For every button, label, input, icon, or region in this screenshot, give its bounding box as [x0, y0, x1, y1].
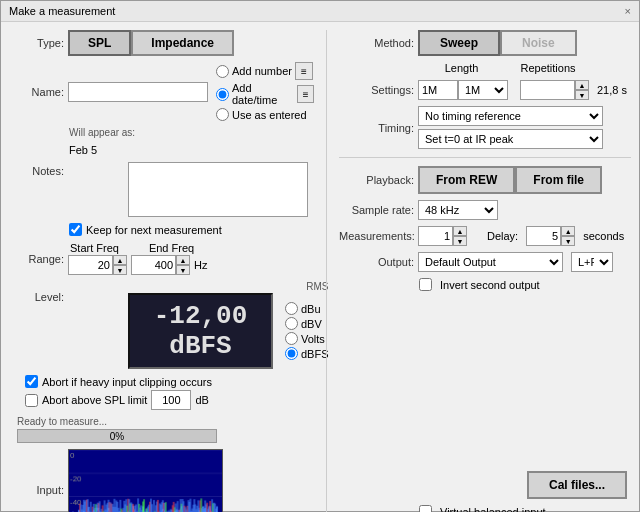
notes-row: Notes: [9, 162, 314, 217]
abort-spl-row: Abort above SPL limit dB [25, 390, 314, 410]
playback-btn-group: From REW From file [418, 166, 602, 194]
method-row: Method: Sweep Noise [339, 30, 631, 56]
settings-col-headers: Length Repetitions [414, 62, 631, 74]
repetitions-down[interactable]: ▼ [575, 90, 589, 100]
start-freq-up[interactable]: ▲ [113, 255, 127, 265]
add-datetime-icon-btn[interactable]: ≡ [297, 85, 314, 103]
output-label: Output: [339, 256, 414, 268]
start-freq-label: Start Freq [70, 242, 119, 254]
measurements-input[interactable] [418, 226, 453, 246]
range-label: Range: [9, 253, 64, 265]
start-freq-down[interactable]: ▼ [113, 265, 127, 275]
measurements-down[interactable]: ▼ [453, 236, 467, 246]
invert-row: Invert second output [419, 278, 631, 291]
notes-label: Notes: [9, 165, 64, 177]
rms-label: RMS [128, 281, 329, 292]
sweep-button[interactable]: Sweep [418, 30, 500, 56]
add-number-icon-btn[interactable]: ≡ [295, 62, 313, 80]
spl-button[interactable]: SPL [68, 30, 131, 56]
dbu-radio[interactable] [285, 302, 298, 315]
waveform-display [68, 449, 223, 512]
timing-select-1[interactable]: No timing reference [418, 106, 603, 126]
dbu-row: dBu [285, 302, 329, 315]
end-freq-up[interactable]: ▲ [176, 255, 190, 265]
delay-down[interactable]: ▼ [561, 236, 575, 246]
volts-radio[interactable] [285, 332, 298, 345]
timing-row: Timing: No timing reference Set t=0 at I… [339, 106, 631, 149]
dbfs-label: dBFS [301, 348, 329, 360]
length-group: 1M 256k 512k [418, 80, 508, 100]
delay-up[interactable]: ▲ [561, 226, 575, 236]
level-label: Level: [9, 291, 64, 303]
abort-spl-label: Abort above SPL limit [42, 394, 147, 406]
noise-button[interactable]: Noise [500, 30, 577, 56]
use-as-entered-radio[interactable] [216, 108, 229, 121]
repetitions-input[interactable] [520, 80, 575, 100]
right-panel: Method: Sweep Noise Length Repetitions S… [339, 30, 631, 512]
measurements-label: Measurements: [339, 230, 414, 242]
abort-heavy-checkbox[interactable] [25, 375, 38, 388]
length-input[interactable] [418, 80, 458, 100]
settings-label: Settings: [339, 84, 414, 96]
range-inputs: ▲ ▼ ▲ ▼ Hz [68, 255, 207, 275]
input-label-left: Input: [9, 484, 64, 496]
level-container: RMS -12,00 dBFS dBu dBV [128, 281, 329, 369]
abort-spl-checkbox[interactable] [25, 394, 38, 407]
level-display-row: -12,00 dBFS dBu dBV [128, 293, 329, 369]
window-title: Make a measurement [9, 5, 115, 17]
cal-files-button[interactable]: Cal files... [527, 471, 627, 499]
from-file-button[interactable]: From file [515, 166, 602, 194]
virtual-balanced-row: Virtual balanced input [419, 505, 631, 512]
add-number-radio[interactable] [216, 65, 229, 78]
use-as-entered-label: Use as entered [232, 109, 307, 121]
name-input[interactable] [68, 82, 208, 102]
delay-input[interactable] [526, 226, 561, 246]
timing-selects: No timing reference Set t=0 at IR peak [418, 106, 603, 149]
dbfs-radio[interactable] [285, 347, 298, 360]
lr-select[interactable]: L+R L R [571, 252, 613, 272]
from-rew-button[interactable]: From REW [418, 166, 515, 194]
spl-limit-input[interactable] [151, 390, 191, 410]
range-row: Range: Start Freq End Freq ▲ ▼ [9, 242, 314, 275]
close-btn[interactable]: × [625, 5, 631, 17]
end-freq-input[interactable] [131, 255, 176, 275]
length-select[interactable]: 1M 256k 512k [458, 80, 508, 100]
title-bar: Make a measurement × [1, 1, 639, 22]
left-panel: Type: SPL Impedance Name: Add number ≡ [9, 30, 314, 512]
name-label: Name: [9, 86, 64, 98]
add-datetime-label: Add date/time [232, 82, 294, 106]
measurements-up[interactable]: ▲ [453, 226, 467, 236]
name-row: Name: Add number ≡ Add date/time ≡ [9, 62, 314, 121]
volts-label: Volts [301, 333, 325, 345]
sample-rate-row: Sample rate: 48 kHz 44.1 kHz [339, 200, 631, 220]
level-display: -12,00 dBFS [128, 293, 273, 369]
dbv-radio[interactable] [285, 317, 298, 330]
db-label: dB [195, 394, 208, 406]
waveform-canvas [69, 450, 222, 512]
protection-section: Abort if heavy input clipping occurs Abo… [17, 375, 314, 410]
end-freq-down[interactable]: ▼ [176, 265, 190, 275]
start-freq-input[interactable] [68, 255, 113, 275]
repetitions-spinner: ▲ ▼ [520, 80, 589, 100]
progress-section: Ready to measure... 0% [17, 416, 314, 443]
use-as-entered-row: Use as entered [216, 108, 314, 121]
sample-rate-select[interactable]: 48 kHz 44.1 kHz [418, 200, 498, 220]
timing-select-2[interactable]: Set t=0 at IR peak [418, 129, 603, 149]
type-row: Type: SPL Impedance [9, 30, 314, 56]
notes-input[interactable] [128, 162, 308, 217]
seconds-label: seconds [583, 230, 624, 242]
sample-rate-label: Sample rate: [339, 204, 414, 216]
invert-checkbox[interactable] [419, 278, 432, 291]
virtual-balanced-checkbox[interactable] [419, 505, 432, 512]
playback-label: Playback: [339, 174, 414, 186]
level-row: Level: RMS -12,00 dBFS dBu dBV [9, 281, 314, 369]
length-col-header: Length [414, 62, 509, 74]
keep-checkbox[interactable] [69, 223, 82, 236]
output-select[interactable]: Default Output [418, 252, 563, 272]
repetitions-up[interactable]: ▲ [575, 80, 589, 90]
start-freq-spinner: ▲ ▼ [68, 255, 127, 275]
impedance-button[interactable]: Impedance [131, 30, 234, 56]
add-datetime-radio[interactable] [216, 88, 229, 101]
type-label: Type: [9, 37, 64, 49]
dbv-row: dBV [285, 317, 329, 330]
